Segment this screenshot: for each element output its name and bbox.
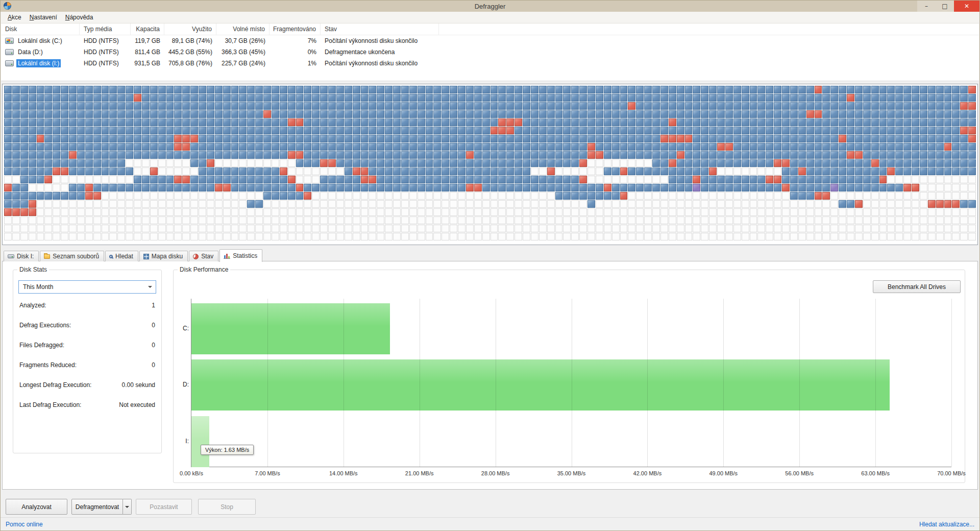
map-block-free[interactable] xyxy=(223,233,231,240)
map-block-free[interactable] xyxy=(377,200,384,208)
map-block-free[interactable] xyxy=(223,216,231,224)
map-block-used[interactable] xyxy=(733,127,741,134)
map-block-used[interactable] xyxy=(725,94,733,102)
map-block-used[interactable] xyxy=(531,159,538,167)
map-block-free[interactable] xyxy=(774,208,781,216)
map-block-used[interactable] xyxy=(750,143,757,151)
map-block-used[interactable] xyxy=(612,94,620,102)
map-block-used[interactable] xyxy=(418,86,425,93)
map-block-free[interactable] xyxy=(482,225,490,232)
map-block-free[interactable] xyxy=(345,233,352,240)
map-block-free[interactable] xyxy=(774,216,781,224)
map-block-used[interactable] xyxy=(636,135,644,142)
map-block-used[interactable] xyxy=(871,167,879,175)
map-block-used[interactable] xyxy=(806,94,814,102)
map-block-free[interactable] xyxy=(474,225,482,232)
map-block-free[interactable] xyxy=(757,225,765,232)
map-block-used[interactable] xyxy=(879,135,887,142)
map-block-used[interactable] xyxy=(839,176,846,183)
map-block-used[interactable] xyxy=(806,192,814,200)
map-block-used[interactable] xyxy=(612,86,620,93)
map-block-free[interactable] xyxy=(830,192,838,200)
map-block-free[interactable] xyxy=(587,159,595,167)
map-block-used[interactable] xyxy=(393,143,401,151)
map-block-free[interactable] xyxy=(474,216,482,224)
map-block-used[interactable] xyxy=(571,135,579,142)
map-block-used[interactable] xyxy=(12,110,20,118)
map-block-free[interactable] xyxy=(312,176,320,183)
map-block-used[interactable] xyxy=(166,102,174,110)
map-block-used[interactable] xyxy=(871,110,879,118)
map-block-used[interactable] xyxy=(426,110,433,118)
map-block-used[interactable] xyxy=(458,86,465,93)
map-block-used[interactable] xyxy=(523,94,530,102)
map-block-used[interactable] xyxy=(442,118,449,126)
map-block-used[interactable] xyxy=(895,102,903,110)
map-block-free[interactable] xyxy=(514,200,522,208)
map-block-free[interactable] xyxy=(239,159,247,167)
map-block-used[interactable] xyxy=(879,110,887,118)
map-block-used[interactable] xyxy=(150,143,158,151)
map-block-used[interactable] xyxy=(231,184,239,191)
map-block-free[interactable] xyxy=(239,216,247,224)
map-block-free[interactable] xyxy=(596,225,603,232)
map-block-free[interactable] xyxy=(280,225,287,232)
map-block-used[interactable] xyxy=(693,167,700,175)
map-block-used[interactable] xyxy=(199,151,206,159)
map-block-free[interactable] xyxy=(750,225,757,232)
map-block-free[interactable] xyxy=(620,176,628,183)
map-block-used[interactable] xyxy=(693,110,700,118)
map-block-used[interactable] xyxy=(895,94,903,102)
map-block-used[interactable] xyxy=(944,135,952,142)
map-block-free[interactable] xyxy=(304,208,311,216)
map-block-used[interactable] xyxy=(207,135,214,142)
map-block-used[interactable] xyxy=(296,135,304,142)
map-block-used[interactable] xyxy=(491,176,498,183)
map-block-used[interactable] xyxy=(660,86,668,93)
map-block-free[interactable] xyxy=(85,200,93,208)
map-block-free[interactable] xyxy=(361,208,369,216)
map-block-used[interactable] xyxy=(117,118,125,126)
map-block-used[interactable] xyxy=(20,102,28,110)
map-block-free[interactable] xyxy=(523,208,530,216)
map-block-used[interactable] xyxy=(215,167,223,175)
analyze-button[interactable]: Analyzovat xyxy=(6,499,67,515)
map-block-free[interactable] xyxy=(336,167,344,175)
map-block-used[interactable] xyxy=(555,135,563,142)
map-block-used[interactable] xyxy=(928,167,936,175)
map-block-used[interactable] xyxy=(134,102,141,110)
map-block-used[interactable] xyxy=(20,200,28,208)
map-block-used[interactable] xyxy=(830,135,838,142)
map-block-free[interactable] xyxy=(361,200,369,208)
map-block-used[interactable] xyxy=(102,110,109,118)
map-block-used[interactable] xyxy=(790,110,798,118)
map-block-free[interactable] xyxy=(815,208,822,216)
map-block-fragmented[interactable] xyxy=(717,143,725,151)
map-block-free[interactable] xyxy=(628,208,635,216)
map-block-used[interactable] xyxy=(102,94,109,102)
map-block-used[interactable] xyxy=(426,135,433,142)
map-block-used[interactable] xyxy=(102,118,109,126)
map-block-fragmented[interactable] xyxy=(677,151,684,159)
map-block-free[interactable] xyxy=(409,233,417,240)
map-block-used[interactable] xyxy=(806,167,814,175)
map-block-free[interactable] xyxy=(523,200,530,208)
map-block-used[interactable] xyxy=(215,86,223,93)
map-block-used[interactable] xyxy=(320,135,328,142)
map-block-free[interactable] xyxy=(44,184,52,191)
map-block-used[interactable] xyxy=(401,167,409,175)
map-block-used[interactable] xyxy=(822,184,830,191)
map-block-free[interactable] xyxy=(920,192,927,200)
map-block-free[interactable] xyxy=(85,176,93,183)
map-block-used[interactable] xyxy=(418,135,425,142)
map-block-used[interactable] xyxy=(29,176,36,183)
map-block-free[interactable] xyxy=(93,225,101,232)
map-block-used[interactable] xyxy=(871,176,879,183)
map-block-used[interactable] xyxy=(182,94,190,102)
map-block-used[interactable] xyxy=(44,159,52,167)
map-block-used[interactable] xyxy=(272,94,279,102)
map-block-used[interactable] xyxy=(855,127,863,134)
map-block-free[interactable] xyxy=(669,192,676,200)
map-block-used[interactable] xyxy=(539,127,547,134)
map-block-used[interactable] xyxy=(587,192,595,200)
